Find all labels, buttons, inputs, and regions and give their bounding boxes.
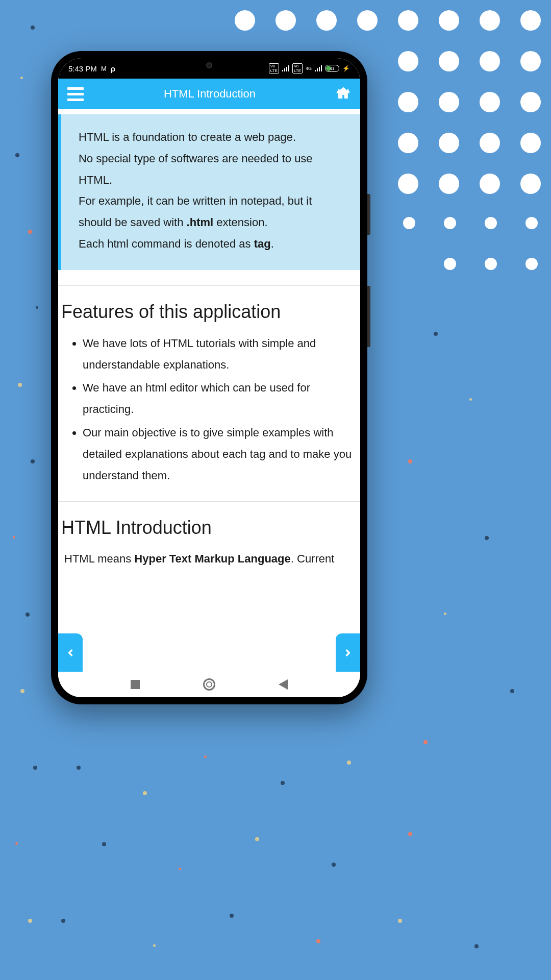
android-nav-bar xyxy=(58,672,360,697)
divider xyxy=(58,285,360,286)
volte-icon-2: VoLTE xyxy=(292,63,303,74)
app-bar: HTML Introduction xyxy=(58,79,360,109)
battery-icon: 41 xyxy=(325,65,339,72)
intro-heading: HTML Introduction xyxy=(58,512,360,549)
features-heading: Features of this application xyxy=(58,296,360,333)
app-bar-title: HTML Introduction xyxy=(164,87,256,101)
mail-icon: M xyxy=(101,65,107,72)
phone-notch xyxy=(168,58,250,72)
volte-icon: VoLTE xyxy=(269,63,279,74)
chevron-left-icon xyxy=(65,648,76,658)
content-area[interactable]: HTML is a foundation to create a web pag… xyxy=(58,109,360,672)
phone-frame: 5:43 PM M ρ VoLTE VoLTE 4G 41 ⚡ xyxy=(51,51,367,704)
phone-side-button xyxy=(367,286,370,347)
divider xyxy=(58,501,360,502)
features-list: We have lots of HTML tutorials with simp… xyxy=(58,333,360,486)
signal-icon xyxy=(282,65,289,71)
back-button[interactable] xyxy=(279,679,288,690)
status-time: 5:43 PM xyxy=(68,64,97,73)
list-item: Our main objective is to give simple exa… xyxy=(83,422,355,486)
list-item: We have lots of HTML tutorials with simp… xyxy=(83,333,355,376)
menu-button[interactable] xyxy=(67,87,84,101)
app-icon: ρ xyxy=(111,64,115,73)
network-4g-icon: 4G xyxy=(306,66,312,71)
list-item: We have an html editor which can be used… xyxy=(83,377,355,420)
prev-button[interactable] xyxy=(58,633,83,672)
charging-icon: ⚡ xyxy=(342,65,350,72)
intro-info-box: HTML is a foundation to create a web pag… xyxy=(58,114,360,270)
home-button[interactable] xyxy=(336,86,351,102)
home-button-nav[interactable] xyxy=(203,678,215,691)
phone-side-button xyxy=(367,194,370,235)
next-button[interactable] xyxy=(336,633,360,672)
svg-rect-0 xyxy=(131,680,140,689)
chevron-right-icon xyxy=(343,648,353,658)
signal-icon-2 xyxy=(315,65,322,71)
recent-apps-button[interactable] xyxy=(131,680,140,689)
intro-paragraph: HTML means Hyper Text Markup Language. C… xyxy=(58,549,360,569)
